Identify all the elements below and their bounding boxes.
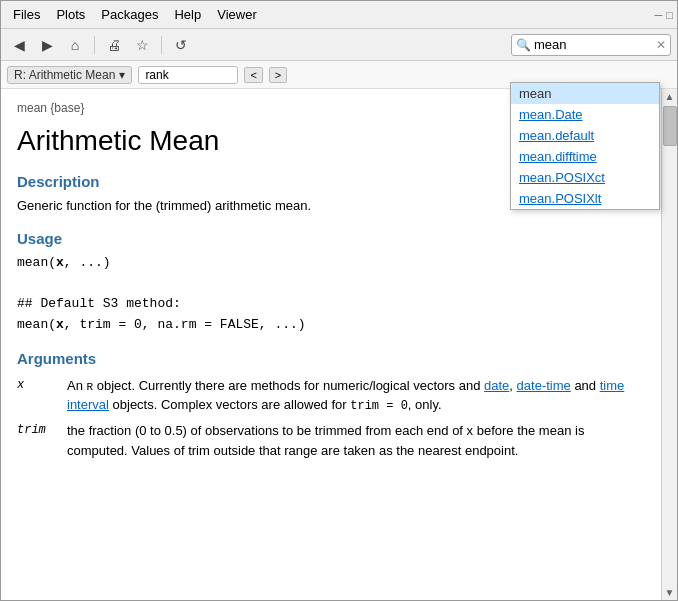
print-button[interactable]: 🖨 [102, 34, 126, 56]
search-input[interactable] [534, 37, 654, 52]
rank-input[interactable] [138, 66, 238, 84]
menu-files[interactable]: Files [5, 4, 48, 25]
help-package-label: mean {base} [17, 101, 84, 115]
scroll-up-button[interactable]: ▲ [662, 89, 677, 104]
autocomplete-item-mean-default[interactable]: mean.default [511, 125, 659, 146]
arguments-heading: Arguments [17, 350, 645, 367]
toolbar: ◀ ▶ ⌂ 🖨 ☆ ↺ 🔍 ✕ [1, 29, 677, 61]
refresh-button[interactable]: ↺ [169, 34, 193, 56]
autocomplete-item-mean-difftime[interactable]: mean.difftime [511, 146, 659, 167]
r-inline: R [87, 381, 94, 393]
code-line-4: mean(x, trim = 0, na.rm = FALSE, ...) [17, 315, 645, 336]
argument-trim-name: trim [17, 418, 67, 463]
minimize-btn[interactable]: ─ [655, 9, 663, 21]
code-line-1: mean(x, ...) [17, 253, 645, 274]
bookmark-button[interactable]: ☆ [130, 34, 154, 56]
argument-x-desc: An R object. Currently there are methods… [67, 373, 645, 419]
argument-x-name: x [17, 373, 67, 419]
code-line-2 [17, 273, 645, 294]
link-date-time[interactable]: date-time [517, 378, 571, 393]
autocomplete-item-mean-posixlt[interactable]: mean.POSIXlt [511, 188, 659, 209]
scrollbar-track[interactable] [662, 148, 677, 585]
menu-help[interactable]: Help [166, 4, 209, 25]
search-icon: 🔍 [516, 38, 531, 52]
link-date[interactable]: date [484, 378, 509, 393]
menu-packages[interactable]: Packages [93, 4, 166, 25]
autocomplete-dropdown: mean mean.Date mean.default mean.difftim… [510, 82, 660, 210]
trim-code: trim = 0 [350, 399, 408, 413]
toolbar-separator [94, 36, 95, 54]
code-line-3: ## Default S3 method: [17, 294, 645, 315]
forward-button[interactable]: ▶ [35, 34, 59, 56]
menu-viewer[interactable]: Viewer [209, 4, 265, 25]
scrollbar: ▲ ▼ [661, 89, 677, 600]
address-label[interactable]: R: Arithmetic Mean ▾ [7, 66, 132, 84]
address-text: R: Arithmetic Mean [14, 68, 115, 82]
back-button[interactable]: ◀ [7, 34, 31, 56]
search-box: 🔍 ✕ [511, 34, 671, 56]
autocomplete-item-mean-posixct[interactable]: mean.POSIXct [511, 167, 659, 188]
arguments-table: x An R object. Currently there are metho… [17, 373, 645, 464]
nav-next-button[interactable]: > [269, 67, 287, 83]
maximize-btn[interactable]: □ [666, 9, 673, 21]
address-dropdown-arrow: ▾ [119, 68, 125, 82]
nav-prev-button[interactable]: < [244, 67, 262, 83]
usage-heading: Usage [17, 230, 645, 247]
autocomplete-item-mean-date[interactable]: mean.Date [511, 104, 659, 125]
scroll-down-button[interactable]: ▼ [662, 585, 677, 600]
menu-plots[interactable]: Plots [48, 4, 93, 25]
argument-trim-desc: the fraction (0 to 0.5) of observations … [67, 418, 645, 463]
scrollbar-thumb[interactable] [663, 106, 677, 146]
usage-code: mean(x, ...) ## Default S3 method: mean(… [17, 253, 645, 336]
menubar: Files Plots Packages Help Viewer ─ □ [1, 1, 677, 29]
toolbar-separator2 [161, 36, 162, 54]
search-clear-button[interactable]: ✕ [656, 38, 666, 52]
autocomplete-item-mean[interactable]: mean [511, 83, 659, 104]
home-button[interactable]: ⌂ [63, 34, 87, 56]
argument-trim-row: trim the fraction (0 to 0.5) of observat… [17, 418, 645, 463]
argument-x-row: x An R object. Currently there are metho… [17, 373, 645, 419]
